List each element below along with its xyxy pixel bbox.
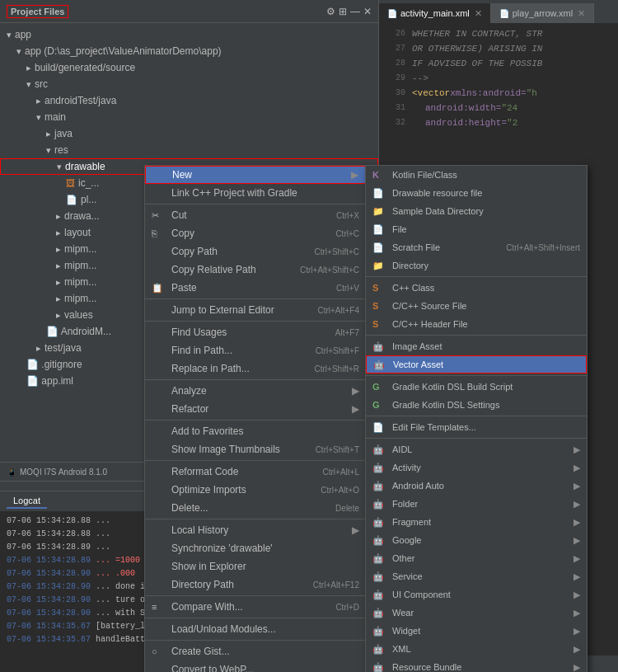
menu-item-local-history[interactable]: Local History ▶ [145, 521, 366, 539]
menu-item-directory[interactable]: 📁 Directory [366, 256, 587, 275]
logcat-tab[interactable]: Logcat [7, 494, 47, 509]
menu-shortcut: Ctrl+V [336, 284, 359, 293]
menu-item-google[interactable]: 🤖 Google ▶ [366, 531, 587, 549]
menu-item-copy[interactable]: ⎘ Copy Ctrl+C [145, 224, 366, 242]
menu-item-label: Replace in Path... [171, 363, 250, 374]
menu-item-jump-ext[interactable]: Jump to External Editor Ctrl+Alt+F4 [145, 301, 366, 319]
menu-item-add-fav[interactable]: Add to Favorites [145, 422, 366, 440]
menu-item-label: Widget [392, 626, 420, 636]
menu-item-refactor[interactable]: Refactor ▶ [145, 400, 366, 418]
menu-item-sync[interactable]: Synchronize 'drawable' [145, 539, 366, 557]
menu-item-delete[interactable]: Delete... Delete [145, 499, 366, 517]
menu-item-load-modules[interactable]: Load/Unload Modules... [145, 620, 366, 638]
menu-item-label: Activity [392, 463, 421, 472]
tree-item-label: values [64, 309, 93, 321]
folder-icon: ▸ [56, 244, 61, 255]
menu-item-new[interactable]: New ▶ [145, 166, 366, 184]
tree-item-main[interactable]: ▾ main [0, 109, 378, 125]
close-icon[interactable]: ✕ [363, 6, 372, 17]
file-icon: 🖼 [66, 178, 75, 188]
submenu-arrow-icon: ▶ [574, 626, 580, 637]
menu-item-copy-path[interactable]: Copy Path Ctrl+Shift+C [145, 242, 366, 261]
menu-item-copy-rel[interactable]: Copy Relative Path Ctrl+Alt+Shift+C [145, 261, 366, 279]
menu-item-find-usages[interactable]: Find Usages Alt+F7 [145, 323, 366, 341]
menu-item-ui-component[interactable]: 🤖 UI Component ▶ [366, 585, 587, 604]
submenu-arrow-icon: ▶ [351, 169, 358, 181]
menu-item-resource-bundle[interactable]: 🤖 Resource Bundle ▶ [366, 658, 587, 672]
menu-item-dir-path[interactable]: Directory Path Ctrl+Alt+F12 [145, 576, 366, 594]
menu-item-edit-templates[interactable]: 📄 Edit File Templates... [366, 418, 587, 436]
folder-icon: ▸ [56, 310, 61, 321]
menu-item-gradle-kotlin-build[interactable]: G Gradle Kotlin DSL Build Script [366, 378, 587, 396]
menu-item-label: Link C++ Project with Gradle [171, 187, 297, 199]
tree-item-androidtest[interactable]: ▸ androidTest/java [0, 92, 378, 109]
tree-item-java[interactable]: ▸ java [0, 125, 378, 142]
menu-item-optimize[interactable]: Optimize Imports Ctrl+Alt+O [145, 481, 366, 499]
panel-icons: ⚙ ⊞ — ✕ [326, 6, 372, 17]
menu-item-widget[interactable]: 🤖 Widget ▶ [366, 622, 587, 640]
submenu-arrow-icon: ▶ [352, 403, 359, 415]
menu-item-label: AIDL [392, 444, 412, 454]
cpp-header-icon: S [372, 319, 387, 329]
menu-item-image-asset[interactable]: 🤖 Image Asset [366, 337, 587, 355]
menu-item-fragment[interactable]: 🤖 Fragment ▶ [366, 513, 587, 531]
editor-tabs: 📄 activity_main.xml ✕ 📄 play_arrow.xml ✕ [379, 0, 618, 23]
menu-item-compare[interactable]: ≡ Compare With... Ctrl+D [145, 598, 366, 616]
menu-item-show-explorer[interactable]: Show in Explorer [145, 557, 366, 576]
menu-item-drawable-res[interactable]: 📄 Drawable resource file [366, 184, 587, 202]
menu-item-label: Edit File Templates... [392, 422, 476, 432]
menu-shortcut: Ctrl+C [335, 229, 359, 238]
menu-item-create-gist[interactable]: ○ Create Gist... [145, 642, 366, 660]
menu-item-wear[interactable]: 🤖 Wear ▶ [366, 604, 587, 622]
menu-item-link-cpp[interactable]: Link C++ Project with Gradle [145, 184, 366, 202]
menu-item-label: Gradle Kotlin DSL Settings [392, 400, 499, 410]
menu-separator [145, 298, 366, 299]
tab-play-arrow[interactable]: 📄 play_arrow.xml ✕ [491, 3, 594, 23]
menu-item-label: Folder [392, 499, 418, 509]
menu-item-analyze[interactable]: Analyze ▶ [145, 382, 366, 400]
submenu-arrow-icon: ▶ [574, 463, 580, 473]
menu-item-cut[interactable]: ✂ Cut Ctrl+X [145, 206, 366, 224]
tree-item-build[interactable]: ▸ build/generated/source [0, 59, 378, 76]
menu-item-file[interactable]: 📄 File [366, 220, 587, 238]
menu-item-service[interactable]: 🤖 Service ▶ [366, 567, 587, 585]
menu-item-android-auto[interactable]: 🤖 Android Auto ▶ [366, 477, 587, 495]
menu-item-reformat[interactable]: Reformat Code Ctrl+Alt+L [145, 463, 366, 481]
menu-item-cpp-header[interactable]: S C/C++ Header File [366, 315, 587, 333]
file-icon: 📄 [66, 195, 77, 205]
menu-item-vector-asset[interactable]: 🤖 Vector Asset [366, 355, 587, 374]
menu-item-replace-path[interactable]: Replace in Path... Ctrl+Shift+R [145, 359, 366, 378]
menu-item-cpp-source[interactable]: S C/C++ Source File [366, 297, 587, 315]
folder-icon: ▾ [26, 79, 31, 90]
tree-item-app-path[interactable]: ▾ app (D:\as_project\ValueAnimatorDemo\a… [0, 43, 378, 59]
settings-icon[interactable]: ⚙ [326, 6, 335, 17]
tab-close-icon[interactable]: ✕ [578, 8, 585, 19]
menu-item-show-thumbnails[interactable]: Show Image Thumbnails Ctrl+Shift+T [145, 440, 366, 458]
tree-item-label: res [54, 144, 68, 156]
tab-activity-main[interactable]: 📄 activity_main.xml ✕ [379, 3, 491, 23]
tree-item-src[interactable]: ▾ src [0, 76, 378, 92]
menu-item-paste[interactable]: 📋 Paste Ctrl+V [145, 279, 366, 297]
menu-shortcut: Ctrl+D [335, 603, 359, 612]
menu-item-activity[interactable]: 🤖 Activity ▶ [366, 458, 587, 477]
folder-icon: ▸ [56, 294, 61, 304]
gradle-icon: G [372, 382, 387, 392]
collapse-icon[interactable]: — [350, 6, 360, 17]
menu-item-gradle-kotlin-settings[interactable]: G Gradle Kotlin DSL Settings [366, 396, 587, 414]
folder-icon: ▾ [7, 30, 12, 40]
tree-item-res[interactable]: ▾ res [0, 142, 378, 158]
menu-item-label: Find Usages [171, 327, 227, 338]
menu-item-kotlin[interactable]: K Kotlin File/Class [366, 166, 587, 184]
tab-close-icon[interactable]: ✕ [475, 8, 482, 19]
menu-item-find-path[interactable]: Find in Path... Ctrl+Shift+F [145, 341, 366, 359]
menu-item-convert-webp[interactable]: Convert to WebP... [145, 660, 366, 672]
menu-item-xml[interactable]: 🤖 XML ▶ [366, 640, 587, 658]
tree-item-app[interactable]: ▾ app [0, 26, 378, 43]
menu-item-other[interactable]: 🤖 Other ▶ [366, 549, 587, 567]
menu-item-sample-data[interactable]: 📁 Sample Data Directory [366, 202, 587, 220]
menu-item-cpp-class[interactable]: S C++ Class [366, 279, 587, 297]
filter-icon[interactable]: ⊞ [339, 6, 347, 17]
menu-item-folder[interactable]: 🤖 Folder ▶ [366, 495, 587, 513]
menu-item-scratch-file[interactable]: 📄 Scratch File Ctrl+Alt+Shift+Insert [366, 238, 587, 256]
menu-item-aidl[interactable]: 🤖 AIDL ▶ [366, 440, 587, 458]
